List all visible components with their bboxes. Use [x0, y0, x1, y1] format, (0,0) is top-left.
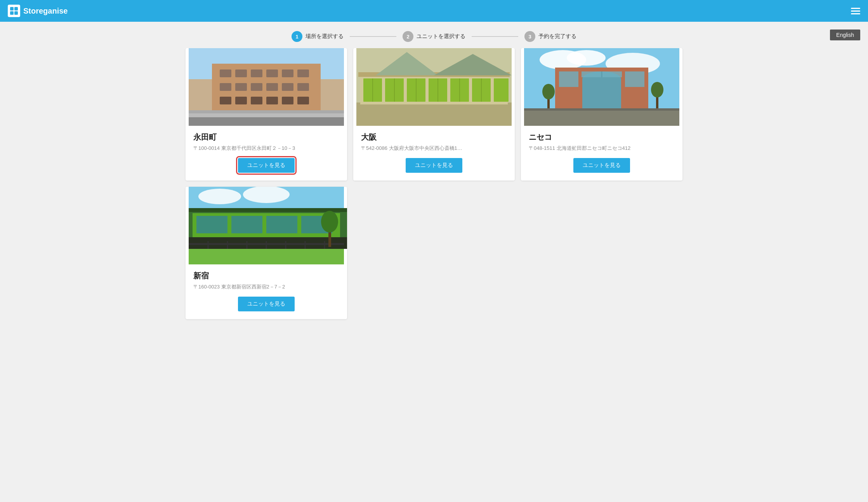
- svg-rect-68: [189, 247, 344, 264]
- card-title-osaka: 大阪: [361, 132, 507, 142]
- step-2-label: ユニットを選択する: [417, 33, 465, 40]
- svg-rect-22: [266, 97, 278, 104]
- steps-container: 1 場所を選択する 2 ユニットを選択する 3 予約を完了する: [292, 31, 576, 42]
- svg-rect-18: [297, 83, 309, 91]
- logo-text: Storeganise: [23, 7, 68, 16]
- card-body-shinjuku: 新宿 〒160-0023 東京都新宿区西新宿2－7－2 ユニットを見る: [186, 264, 347, 319]
- svg-rect-0: [10, 7, 14, 10]
- location-image-niseko: [521, 48, 682, 126]
- step-2-circle: 2: [403, 31, 413, 42]
- svg-rect-14: [235, 83, 247, 91]
- card-body-niseko: ニセコ 〒048-1511 北海道虻田郡ニセコ町ニセコ412 ユニットを見る: [521, 126, 682, 181]
- svg-rect-2: [10, 11, 14, 15]
- svg-rect-17: [282, 83, 293, 91]
- step-line-2: [472, 36, 518, 37]
- location-image-osaka: [353, 48, 515, 126]
- logo: Storeganise: [8, 5, 68, 17]
- step-3-circle: 3: [524, 31, 535, 42]
- step-1-label: 場所を選択する: [306, 33, 344, 40]
- svg-rect-1: [14, 7, 18, 10]
- step-2: 2 ユニットを選択する: [403, 31, 465, 42]
- card-title-nagatacho: 永田町: [193, 132, 339, 142]
- svg-rect-23: [282, 97, 293, 104]
- step-line-1: [350, 36, 396, 37]
- svg-rect-8: [235, 69, 247, 77]
- location-card-shinjuku: 新宿 〒160-0023 東京都新宿区西新宿2－7－2 ユニットを見る: [186, 187, 347, 319]
- svg-rect-11: [282, 69, 293, 77]
- card-address-niseko: 〒048-1511 北海道虻田郡ニセコ町ニセコ412: [529, 145, 675, 152]
- svg-rect-58: [625, 71, 644, 87]
- svg-point-86: [321, 211, 338, 233]
- card-address-shinjuku: 〒160-0023 東京都新宿区西新宿2－7－2: [193, 283, 339, 290]
- svg-point-67: [243, 187, 290, 203]
- logo-icon: [8, 5, 20, 17]
- card-address-nagatacho: 〒100-0014 東京都千代田区永田町２－10－3: [193, 145, 339, 152]
- card-title-shinjuku: 新宿: [193, 271, 339, 281]
- svg-rect-7: [220, 69, 231, 77]
- svg-rect-16: [266, 83, 278, 91]
- svg-rect-70: [189, 208, 347, 212]
- svg-point-49: [567, 50, 606, 66]
- step-1-circle: 1: [292, 31, 302, 42]
- svg-rect-64: [524, 108, 679, 111]
- steps-bar: 1 場所を選択する 2 ユニットを選択する 3 予約を完了する English: [0, 22, 868, 48]
- svg-rect-27: [189, 113, 344, 117]
- svg-rect-24: [297, 97, 309, 104]
- svg-rect-29: [356, 102, 512, 126]
- card-body-nagatacho: 永田町 〒100-0014 東京都千代田区永田町２－10－3 ユニットを見る: [186, 126, 347, 181]
- view-units-button-nagatacho[interactable]: ユニットを見る: [238, 158, 295, 173]
- svg-point-62: [651, 82, 663, 97]
- location-card-osaka: 大阪 〒542-0086 大阪府大阪市中央区西心斎橋1… ユニットを見る: [353, 48, 515, 181]
- svg-rect-37: [494, 78, 509, 102]
- card-body-osaka: 大阪 〒542-0086 大阪府大阪市中央区西心斎橋1… ユニットを見る: [353, 126, 515, 181]
- step-3: 3 予約を完了する: [524, 31, 576, 42]
- location-card-nagatacho: 永田町 〒100-0014 東京都千代田区永田町２－10－3 ユニットを見る: [186, 48, 347, 181]
- svg-rect-55: [559, 71, 578, 87]
- svg-rect-20: [235, 97, 247, 104]
- hamburger-menu-button[interactable]: [851, 8, 860, 14]
- location-card-niseko: ニセコ 〒048-1511 北海道虻田郡ニセコ町ニセコ412 ユニットを見る: [521, 48, 682, 181]
- svg-rect-3: [14, 11, 18, 15]
- step-3-label: 予約を完了する: [538, 33, 576, 40]
- step-1: 1 場所を選択する: [292, 31, 344, 42]
- header: Storeganise: [0, 0, 868, 22]
- svg-rect-56: [582, 71, 601, 77]
- svg-rect-13: [220, 83, 231, 91]
- svg-rect-10: [266, 69, 278, 77]
- svg-point-66: [198, 189, 241, 204]
- svg-rect-21: [251, 97, 262, 104]
- card-address-osaka: 〒542-0086 大阪府大阪市中央区西心斎橋1…: [361, 145, 507, 152]
- language-button[interactable]: English: [830, 30, 860, 40]
- svg-rect-75: [266, 216, 297, 233]
- empty-slot-3: [521, 187, 682, 319]
- svg-rect-9: [251, 69, 262, 77]
- svg-rect-63: [524, 109, 679, 126]
- location-image-shinjuku: [186, 187, 347, 264]
- svg-rect-26: [189, 110, 344, 113]
- svg-rect-73: [196, 216, 227, 233]
- svg-point-60: [542, 84, 555, 99]
- svg-rect-19: [220, 97, 231, 104]
- card-title-niseko: ニセコ: [529, 132, 675, 142]
- view-units-button-osaka[interactable]: ユニットを見る: [406, 158, 462, 173]
- view-units-button-shinjuku[interactable]: ユニットを見る: [238, 297, 295, 311]
- svg-rect-12: [297, 69, 309, 77]
- svg-rect-57: [602, 71, 622, 77]
- svg-rect-74: [231, 216, 262, 233]
- empty-slot-2: [353, 187, 515, 319]
- location-image-nagatacho: [186, 48, 347, 126]
- svg-rect-15: [251, 83, 262, 91]
- view-units-button-niseko[interactable]: ユニットを見る: [573, 158, 630, 173]
